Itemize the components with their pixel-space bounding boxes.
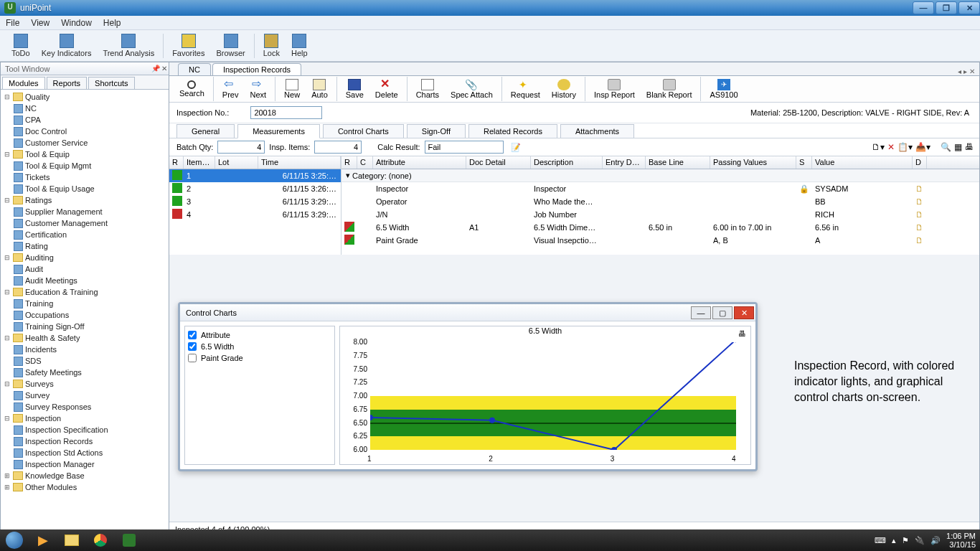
tab-control-charts[interactable]: Control Charts	[323, 124, 404, 138]
cc-attr-item[interactable]: 6.5 Width	[188, 341, 331, 352]
cc-attr-item[interactable]: Paint Grade	[188, 352, 331, 364]
tree-item[interactable]: Certification	[14, 229, 167, 240]
tree-item[interactable]: Audit	[14, 263, 167, 275]
menu-view[interactable]: View	[31, 18, 50, 28]
cc-attribute-list[interactable]: Attribute6.5 WidthPaint Grade	[184, 326, 335, 465]
tree-item[interactable]: Tool & Equip Mgmt	[14, 160, 167, 171]
tree-item[interactable]: Training	[14, 298, 167, 309]
new-button[interactable]: New	[278, 77, 306, 100]
tree-folder[interactable]: ⊟Surveys	[4, 378, 167, 390]
prev-button[interactable]: ⇦Prev	[217, 77, 245, 100]
tree-item[interactable]: Supplier Management	[14, 206, 167, 217]
tab-general[interactable]: General	[176, 124, 235, 138]
tab-modules[interactable]: Modules	[2, 77, 45, 89]
control-charts-window[interactable]: Control Charts — ▢ ✕ Attribute6.5 WidthP…	[178, 302, 758, 471]
tree-folder[interactable]: ⊟Quality	[4, 91, 167, 103]
calc-icon[interactable]: 📝	[511, 143, 521, 152]
pin-icon[interactable]: 📌	[151, 65, 160, 72]
tree-item[interactable]: Tickets	[14, 171, 167, 183]
auto-button[interactable]: Auto	[306, 77, 334, 100]
grid-print-icon[interactable]: 🖶	[965, 142, 974, 152]
delete-button[interactable]: ✕Delete	[369, 77, 404, 100]
cc-attr-item[interactable]: Attribute	[188, 329, 331, 341]
item-row[interactable]: 36/11/15 3:29:…	[169, 195, 341, 208]
trend-analysis-button[interactable]: Trend Analysis	[97, 32, 160, 59]
taskbar-media-icon[interactable]: ▶	[29, 530, 57, 550]
tree-item[interactable]: Occupations	[14, 309, 167, 321]
tree-item[interactable]: Audit Meetings	[14, 275, 167, 286]
chart-print-icon[interactable]: 🖶	[738, 329, 746, 338]
batch-qty-input[interactable]	[217, 141, 265, 154]
tab-sign-off[interactable]: Sign-Off	[407, 124, 466, 138]
tab-measurements[interactable]: Measurements	[237, 124, 320, 138]
tree-item[interactable]: Safety Meetings	[14, 367, 167, 378]
tray-flag-icon[interactable]: ⚑	[902, 536, 909, 545]
doc-tab-inspection-records[interactable]: Inspection Records	[212, 63, 301, 75]
attribute-row[interactable]: 6.5 WidthA16.5 Width Dime…6.50 in6.00 in…	[341, 221, 979, 234]
tab-attachments[interactable]: Attachments	[560, 124, 634, 138]
tool-window-close-icon[interactable]: ✕	[161, 65, 167, 72]
tree-folder[interactable]: ⊟Auditing	[4, 252, 167, 263]
tree-folder[interactable]: ⊟Ratings	[4, 194, 167, 206]
tray-up-icon[interactable]: ▴	[892, 536, 896, 545]
help-button[interactable]: Help	[286, 32, 314, 59]
tray-volume-icon[interactable]: 🔊	[930, 536, 941, 545]
taskbar-clock[interactable]: 1:06 PM3/10/15	[946, 532, 976, 549]
module-tree[interactable]: ⊟QualityNCCPADoc ControlCustomer Service…	[1, 90, 169, 536]
spec-attach-button[interactable]: 📎Spec Attach	[445, 77, 499, 100]
items-grid[interactable]: R Item… Lot Time 16/11/15 3:25:…26/11/15…	[169, 156, 341, 255]
tree-item[interactable]: Rating	[14, 240, 167, 252]
tree-folder[interactable]: ⊟Health & Safety	[4, 332, 167, 344]
tab-related-records[interactable]: Related Records	[468, 124, 557, 138]
tree-item[interactable]: Customer Service	[14, 137, 167, 149]
windows-taskbar[interactable]: ▶ ⌨ ▴ ⚑ 🔌 🔊 1:06 PM3/10/15	[0, 529, 980, 551]
menu-file[interactable]: File	[6, 18, 19, 28]
taskbar-chrome-icon[interactable]	[86, 530, 115, 550]
new-row-icon[interactable]: 🗋▾	[872, 142, 885, 152]
taskbar-explorer-icon[interactable]	[57, 530, 86, 550]
doc-tab-nc[interactable]: NC	[178, 63, 211, 75]
item-row[interactable]: 46/11/15 3:29:…	[169, 208, 341, 221]
attribute-row[interactable]: J/NJob NumberRICH🗋	[341, 208, 979, 221]
todo-button[interactable]: ToDo	[6, 32, 36, 59]
insp-report-button[interactable]: Insp Report	[588, 77, 641, 100]
tray-keyboard-icon[interactable]: ⌨	[875, 536, 886, 545]
tree-item[interactable]: Inspection Specification	[14, 424, 167, 435]
taskbar-unipoint-icon[interactable]	[115, 530, 143, 550]
menu-window[interactable]: Window	[61, 18, 92, 28]
attribute-row[interactable]: OperatorWho Made the…BB🗋	[341, 195, 979, 208]
tree-item[interactable]: Training Sign-Off	[14, 321, 167, 332]
tree-folder[interactable]: ⊞Knowledge Base	[4, 470, 167, 481]
as9100-button[interactable]: ✈AS9100	[704, 77, 743, 100]
lock-button[interactable]: Lock	[258, 32, 286, 59]
attribute-row[interactable]: Paint GradeVisual Insepctio…A, BA🗋	[341, 234, 979, 247]
search-button[interactable]: Search	[174, 79, 210, 99]
cc-maximize-button[interactable]: ▢	[712, 306, 732, 319]
tree-item[interactable]: Doc Control	[14, 126, 167, 137]
delete-row-icon[interactable]: ✕	[887, 142, 895, 152]
tree-folder[interactable]: ⊞Other Modules	[4, 481, 167, 493]
maximize-button[interactable]: ❐	[936, 1, 957, 14]
charts-button[interactable]: Charts	[410, 77, 445, 100]
doc-tab-nav[interactable]: ◂ ▸ ✕	[958, 67, 979, 75]
key-indicators-button[interactable]: Key Indicators	[36, 32, 98, 59]
tree-item[interactable]: Inspection Manager	[14, 458, 167, 470]
tree-folder[interactable]: ⊟Tool & Equip	[4, 149, 167, 160]
attributes-grid[interactable]: RCAttributeDoc DetailDescriptionEntry D……	[341, 156, 979, 255]
filter-icon[interactable]: 🔍	[941, 142, 951, 152]
copy-icon[interactable]: 📋▾	[897, 142, 913, 152]
request-button[interactable]: ✦Request	[505, 77, 546, 100]
insp-items-input[interactable]	[314, 141, 362, 154]
item-row[interactable]: 16/11/15 3:25:…	[169, 169, 341, 182]
blank-report-button[interactable]: Blank Report	[641, 77, 698, 100]
cc-close-button[interactable]: ✕	[734, 306, 754, 319]
attribute-row[interactable]: InspectorInspector🔒SYSADM🗋	[341, 182, 979, 195]
item-row[interactable]: 26/11/15 3:26:…	[169, 182, 341, 195]
tree-item[interactable]: Customer Management	[14, 217, 167, 229]
favorites-button[interactable]: Favorites	[166, 32, 210, 59]
tree-item[interactable]: Inspection Records	[14, 435, 167, 447]
save-button[interactable]: Save	[340, 77, 369, 100]
next-button[interactable]: ⇨Next	[244, 77, 272, 100]
tree-item[interactable]: Inspection Std Actions	[14, 447, 167, 458]
cc-minimize-button[interactable]: —	[691, 306, 711, 319]
